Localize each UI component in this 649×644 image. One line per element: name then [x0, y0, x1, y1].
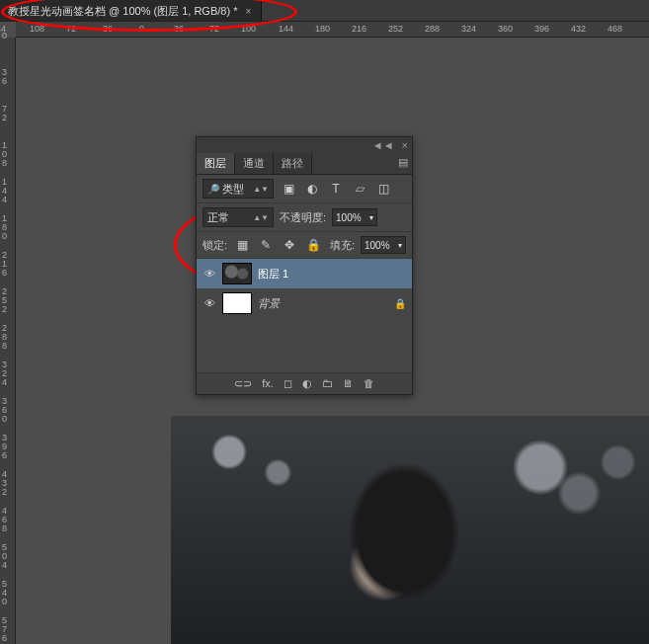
ruler-tick: 3 6: [2, 68, 12, 86]
blend-mode-label: 正常: [207, 210, 229, 225]
canvas-image: [171, 416, 649, 644]
filter-image-icon[interactable]: ▣: [280, 180, 297, 198]
ruler-tick: 5 4 0: [2, 580, 12, 606]
ruler-tick: 1 0 8: [2, 141, 12, 168]
chevron-updown-icon: ▲▼: [253, 213, 269, 222]
ruler-tick: 3 2 4: [2, 361, 12, 387]
visibility-icon[interactable]: 👁: [203, 297, 216, 309]
layer-mask-icon[interactable]: ◻: [284, 377, 292, 390]
filter-type-dropdown[interactable]: 🔎 类型 ▲▼: [203, 179, 274, 199]
ruler-tick: 1 8 0: [2, 214, 12, 241]
link-layers-icon[interactable]: ⊂⊃: [234, 377, 252, 390]
canvas-area[interactable]: ◄◄ × 图层 通道 路径 ▤ 🔎 类型 ▲▼ ▣ ◐ T: [16, 38, 649, 644]
panel-menu-icon[interactable]: ▤: [398, 156, 408, 169]
layer-fx-icon[interactable]: fx.: [262, 377, 274, 390]
ruler-tick: 216: [352, 24, 366, 34]
blend-mode-dropdown[interactable]: 正常 ▲▼: [203, 207, 274, 227]
ruler-vertical[interactable]: 03 67 21 0 81 4 41 8 02 1 62 5 22 8 83 2…: [0, 38, 16, 644]
layer-name[interactable]: 图层 1: [258, 267, 288, 282]
tab-paths[interactable]: 路径: [274, 153, 312, 174]
ruler-tick: 3 6 0: [2, 397, 12, 424]
ruler-horizontal[interactable]: 4410872360367210014418021625228832436039…: [16, 22, 649, 38]
panel-collapse-icon[interactable]: ◄◄: [372, 139, 394, 151]
document-title: 教授星光动画签名档 @ 100% (图层 1, RGB/8) *: [8, 4, 237, 19]
ruler-tick: 5 7 6: [2, 616, 12, 643]
ruler-tick: 180: [315, 24, 330, 34]
ruler-tick: 100: [241, 24, 256, 34]
adjustment-layer-icon[interactable]: ◐: [302, 377, 312, 390]
lock-all-icon[interactable]: 🔒: [304, 236, 322, 254]
layer-row[interactable]: 👁 背景 🔒: [197, 288, 412, 318]
layer-name[interactable]: 背景: [258, 296, 280, 311]
ruler-tick: 432: [571, 24, 586, 34]
fill-value: 100%: [365, 240, 390, 251]
ruler-tick: 0: [2, 32, 12, 40]
ruler-tick: 3 9 6: [2, 434, 12, 460]
layer-row[interactable]: 👁 图层 1: [197, 259, 412, 288]
ruler-tick: 324: [461, 24, 476, 34]
opacity-input[interactable]: 100% ▾: [332, 208, 377, 226]
layer-thumbnail[interactable]: [222, 292, 252, 314]
tab-channels[interactable]: 通道: [235, 153, 274, 174]
ruler-tick: 2 1 6: [2, 251, 12, 278]
trash-icon[interactable]: 🗑: [364, 377, 374, 390]
visibility-icon[interactable]: 👁: [203, 268, 216, 280]
lock-pixels-icon[interactable]: ▦: [233, 236, 251, 254]
ruler-tick: 5 0 4: [2, 543, 12, 570]
fill-input[interactable]: 100% ▾: [361, 236, 406, 254]
lock-label: 锁定:: [203, 238, 227, 253]
layers-panel: ◄◄ × 图层 通道 路径 ▤ 🔎 类型 ▲▼ ▣ ◐ T: [196, 136, 413, 395]
ruler-tick: 144: [279, 24, 293, 34]
ruler-tick: 7 2: [2, 105, 12, 122]
ruler-tick: 468: [608, 24, 622, 34]
ruler-tick: 72: [209, 24, 219, 34]
new-layer-icon[interactable]: 🗎: [343, 377, 354, 390]
group-icon[interactable]: 🗀: [322, 377, 333, 390]
ruler-tick: 36: [103, 24, 113, 34]
ruler-tick: 4 3 2: [2, 470, 12, 497]
ruler-tick: 396: [534, 24, 549, 34]
lock-icon[interactable]: 🔒: [394, 298, 406, 309]
ruler-tick: 0: [139, 24, 144, 34]
tab-layers[interactable]: 图层: [197, 153, 235, 174]
ruler-tick: 252: [388, 24, 403, 34]
filter-smart-icon[interactable]: ◫: [374, 180, 392, 198]
close-icon[interactable]: ×: [245, 6, 251, 17]
search-icon: 🔎: [207, 184, 219, 195]
panel-close-icon[interactable]: ×: [402, 139, 408, 151]
ruler-tick: 108: [30, 24, 44, 34]
filter-adjust-icon[interactable]: ◐: [303, 180, 321, 198]
ruler-tick: 2 8 8: [2, 324, 12, 351]
ruler-tick: 4 6 8: [2, 507, 12, 533]
chevron-down-icon: ▾: [398, 241, 402, 250]
filter-label: 类型: [222, 182, 244, 197]
ruler-tick: 36: [174, 24, 184, 34]
ruler-tick: 2 5 2: [2, 287, 12, 314]
ruler-tick: 1 4 4: [2, 178, 12, 204]
layer-thumbnail[interactable]: [222, 263, 252, 284]
lock-position-icon[interactable]: ✥: [281, 236, 298, 254]
filter-type-icon[interactable]: T: [327, 180, 345, 198]
chevron-updown-icon: ▲▼: [253, 185, 269, 194]
lock-brush-icon[interactable]: ✎: [257, 236, 275, 254]
ruler-tick: 288: [425, 24, 440, 34]
ruler-tick: 360: [498, 24, 513, 34]
fill-label: 填充:: [330, 238, 355, 253]
ruler-tick: 72: [66, 24, 76, 34]
document-tab[interactable]: 教授星光动画签名档 @ 100% (图层 1, RGB/8) * ×: [0, 0, 262, 21]
chevron-down-icon: ▾: [369, 213, 373, 222]
opacity-label: 不透明度:: [280, 210, 326, 225]
filter-shape-icon[interactable]: ▱: [351, 180, 368, 198]
opacity-value: 100%: [336, 212, 362, 223]
